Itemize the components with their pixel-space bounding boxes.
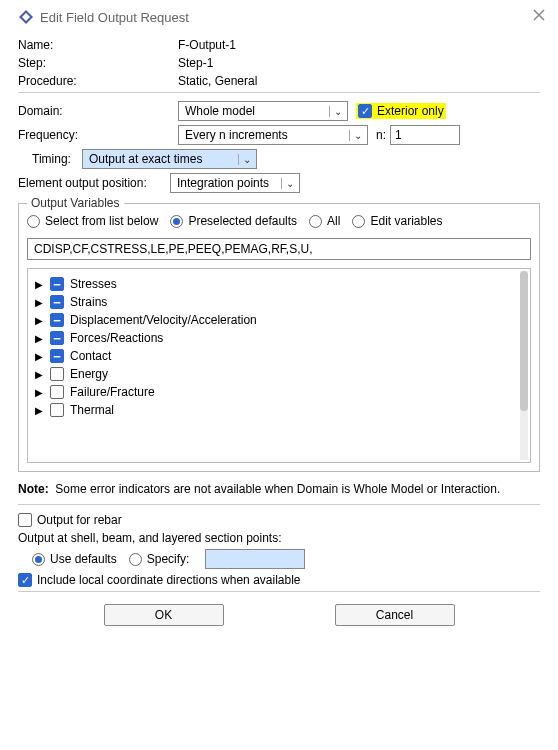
scrollbar-thumb[interactable] <box>520 271 528 411</box>
partial-check-icon[interactable]: − <box>50 277 64 291</box>
name-value: F-Output-1 <box>178 38 236 52</box>
exterior-label: Exterior only <box>377 104 444 118</box>
element-output-value: Integration points <box>177 176 269 190</box>
rebar-label: Output for rebar <box>37 513 122 527</box>
domain-label: Domain: <box>18 104 178 118</box>
tree-item-label: Stresses <box>70 277 117 291</box>
variables-input[interactable] <box>27 238 531 260</box>
footer: OK Cancel <box>18 604 540 626</box>
output-variables-legend: Output Variables <box>27 196 124 210</box>
exterior-checkbox[interactable]: ✓ Exterior only <box>358 104 444 118</box>
radio-all[interactable]: All <box>309 214 340 228</box>
expand-icon[interactable]: ▶ <box>34 315 44 326</box>
divider <box>18 92 540 93</box>
name-label: Name: <box>18 38 178 52</box>
tree-item-label: Displacement/Velocity/Acceleration <box>70 313 257 327</box>
expand-icon[interactable]: ▶ <box>34 279 44 290</box>
section-points-label: Output at shell, beam, and layered secti… <box>18 531 282 545</box>
expand-icon[interactable]: ▶ <box>34 387 44 398</box>
frequency-label: Frequency: <box>18 128 178 142</box>
n-input[interactable] <box>390 125 460 145</box>
tree-item[interactable]: ▶−Stresses <box>32 275 526 293</box>
radio-specify[interactable]: Specify: <box>129 552 190 566</box>
radio-icon <box>352 215 365 228</box>
tree-item-label: Energy <box>70 367 108 381</box>
expand-icon[interactable]: ▶ <box>34 333 44 344</box>
element-output-label: Element output position: <box>18 176 170 190</box>
partial-check-icon[interactable]: − <box>50 295 64 309</box>
checkbox-icon[interactable] <box>50 403 64 417</box>
partial-check-icon[interactable]: − <box>50 349 64 363</box>
radio-icon <box>309 215 322 228</box>
checkbox-icon[interactable] <box>50 367 64 381</box>
divider <box>18 504 540 505</box>
procedure-label: Procedure: <box>18 74 178 88</box>
note-text: Some error indicators are not available … <box>55 482 500 496</box>
ok-button[interactable]: OK <box>104 604 224 626</box>
chevron-down-icon: ⌄ <box>238 154 254 165</box>
tree-item[interactable]: ▶−Displacement/Velocity/Acceleration <box>32 311 526 329</box>
chevron-down-icon: ⌄ <box>281 178 297 189</box>
checkbox-icon <box>18 513 32 527</box>
rebar-checkbox[interactable]: Output for rebar <box>18 513 122 527</box>
expand-icon[interactable]: ▶ <box>34 405 44 416</box>
variables-tree[interactable]: ▶−Stresses▶−Strains▶−Displacement/Veloci… <box>27 268 531 463</box>
chevron-down-icon: ⌄ <box>329 106 345 117</box>
procedure-value: Static, General <box>178 74 257 88</box>
checkbox-icon[interactable] <box>50 385 64 399</box>
tree-item[interactable]: ▶−Strains <box>32 293 526 311</box>
tree-item[interactable]: ▶−Forces/Reactions <box>32 329 526 347</box>
output-variables-fieldset: Output Variables Select from list below … <box>18 203 540 472</box>
exterior-highlight: ✓ Exterior only <box>356 103 446 120</box>
expand-icon[interactable]: ▶ <box>34 351 44 362</box>
radio-preselected[interactable]: Preselected defaults <box>170 214 297 228</box>
titlebar: Edit Field Output Request <box>18 0 540 34</box>
tree-item-label: Strains <box>70 295 107 309</box>
step-label: Step: <box>18 56 178 70</box>
radio-icon <box>129 553 142 566</box>
radio-edit[interactable]: Edit variables <box>352 214 442 228</box>
specify-input[interactable] <box>205 549 305 569</box>
radio-select-list[interactable]: Select from list below <box>27 214 158 228</box>
radio-icon <box>32 553 45 566</box>
tree-item[interactable]: ▶Thermal <box>32 401 526 419</box>
radio-icon <box>27 215 40 228</box>
domain-select-value: Whole model <box>185 104 255 118</box>
tree-item-label: Contact <box>70 349 111 363</box>
expand-icon[interactable]: ▶ <box>34 369 44 380</box>
tree-item[interactable]: ▶Energy <box>32 365 526 383</box>
expand-icon[interactable]: ▶ <box>34 297 44 308</box>
frequency-select-value: Every n increments <box>185 128 288 142</box>
tree-item[interactable]: ▶Failure/Fracture <box>32 383 526 401</box>
check-icon: ✓ <box>358 104 372 118</box>
n-label: n: <box>376 128 386 142</box>
step-value: Step-1 <box>178 56 213 70</box>
note: Note: Some error indicators are not avai… <box>18 482 540 496</box>
tree-item-label: Forces/Reactions <box>70 331 163 345</box>
tree-item-label: Thermal <box>70 403 114 417</box>
local-coord-label: Include local coordinate directions when… <box>37 573 301 587</box>
timing-label: Timing: <box>32 152 82 166</box>
radio-use-defaults[interactable]: Use defaults <box>32 552 117 566</box>
partial-check-icon[interactable]: − <box>50 331 64 345</box>
domain-select[interactable]: Whole model ⌄ <box>178 101 348 121</box>
radio-icon <box>170 215 183 228</box>
dialog: Edit Field Output Request Name: F-Output… <box>0 0 558 750</box>
local-coord-checkbox[interactable]: ✓ Include local coordinate directions wh… <box>18 573 301 587</box>
partial-check-icon[interactable]: − <box>50 313 64 327</box>
tree-item[interactable]: ▶−Contact <box>32 347 526 365</box>
cancel-button[interactable]: Cancel <box>335 604 455 626</box>
check-icon: ✓ <box>18 573 32 587</box>
app-icon <box>18 9 34 25</box>
frequency-select[interactable]: Every n increments ⌄ <box>178 125 368 145</box>
element-output-select[interactable]: Integration points ⌄ <box>170 173 300 193</box>
dialog-title: Edit Field Output Request <box>40 10 189 25</box>
close-icon[interactable] <box>532 8 546 25</box>
tree-item-label: Failure/Fracture <box>70 385 155 399</box>
timing-select-value: Output at exact times <box>89 152 202 166</box>
divider <box>18 591 540 592</box>
chevron-down-icon: ⌄ <box>349 130 365 141</box>
note-prefix: Note: <box>18 482 49 496</box>
timing-select[interactable]: Output at exact times ⌄ <box>82 149 257 169</box>
